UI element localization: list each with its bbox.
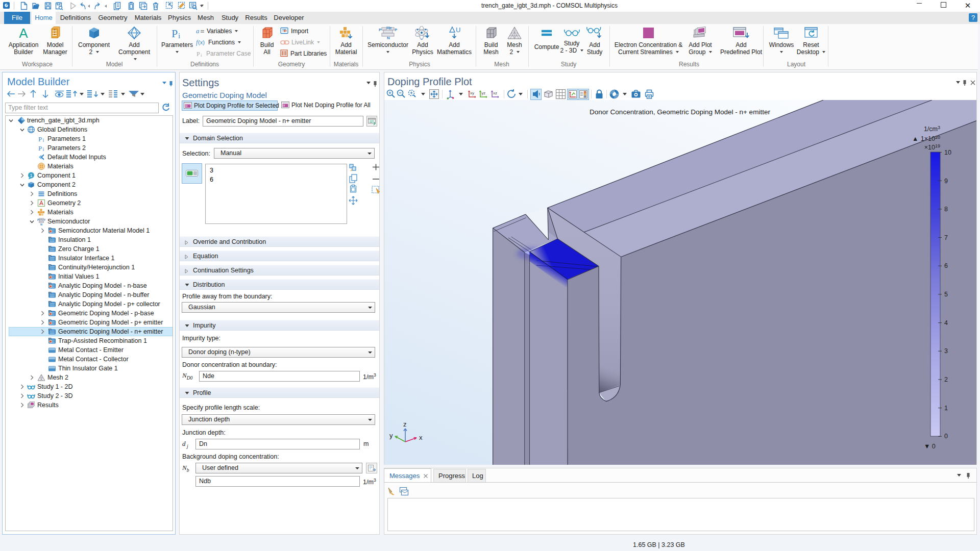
svg-text:a: a — [196, 28, 200, 35]
svg-text:6: 6 — [944, 262, 948, 269]
svg-text:x: x — [419, 434, 423, 441]
svg-text:D: D — [49, 319, 51, 321]
svg-text:D: D — [49, 264, 51, 266]
svg-text:P: P — [38, 135, 42, 143]
svg-text:D: D — [49, 310, 51, 312]
svg-text:(x): (x) — [198, 39, 205, 45]
svg-text:D: D — [49, 291, 51, 294]
svg-text:1: 1 — [30, 173, 32, 178]
svg-text:z: z — [403, 420, 407, 428]
svg-text:P: P — [44, 218, 45, 221]
svg-text:0: 0 — [944, 433, 948, 440]
svg-text:yz: yz — [481, 91, 485, 95]
svg-text:5: 5 — [944, 291, 948, 298]
svg-text:P: P — [379, 28, 382, 32]
svg-text:D: D — [49, 236, 51, 239]
svg-text:D: D — [49, 255, 51, 257]
svg-text:▼ 0: ▼ 0 — [924, 443, 936, 450]
svg-text:8: 8 — [944, 206, 948, 213]
svg-text:i: i — [178, 32, 180, 40]
svg-text:P: P — [38, 144, 42, 152]
svg-text:U: U — [456, 26, 460, 34]
svg-text:D: D — [49, 328, 51, 331]
svg-text:D: D — [49, 273, 51, 276]
svg-text:1: 1 — [944, 405, 948, 412]
svg-text:10: 10 — [944, 149, 951, 156]
svg-text:2: 2 — [944, 376, 948, 383]
svg-text:P: P — [172, 27, 178, 40]
svg-text:i: i — [201, 53, 202, 57]
svg-text:D: D — [49, 282, 51, 285]
svg-text:Donor Concentration, Geometric: Donor Concentration, Geometric Doping Mo… — [590, 108, 770, 116]
svg-text:7: 7 — [944, 234, 948, 241]
svg-text:P: P — [395, 28, 398, 32]
svg-text:i: i — [43, 137, 44, 143]
svg-text:xy: xy — [470, 91, 474, 95]
svg-text:y: y — [389, 432, 393, 439]
svg-text:xz: xz — [493, 91, 497, 95]
svg-text:4: 4 — [944, 319, 948, 327]
svg-text:A: A — [19, 26, 28, 40]
svg-text:P: P — [197, 51, 200, 57]
svg-text:N: N — [40, 223, 42, 226]
svg-text:?: ? — [971, 14, 975, 21]
svg-text:D: D — [49, 300, 51, 303]
svg-text:D: D — [49, 245, 51, 248]
svg-text:D: D — [49, 337, 51, 340]
svg-text:Me: Me — [386, 26, 391, 30]
svg-text:N: N — [387, 36, 390, 40]
svg-text:i: i — [43, 146, 44, 152]
svg-text:D: D — [49, 227, 51, 230]
svg-text:9: 9 — [944, 178, 948, 185]
svg-text:3: 3 — [944, 347, 948, 355]
svg-text:P: P — [37, 218, 39, 221]
